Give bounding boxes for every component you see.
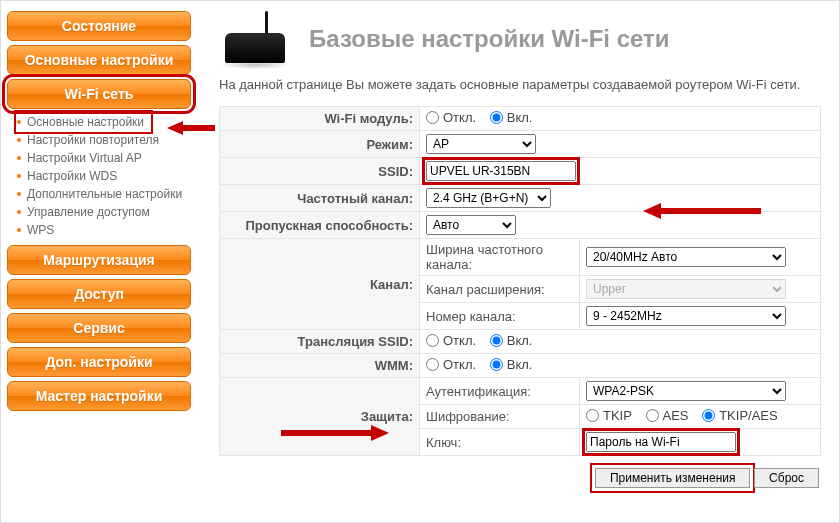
band-select[interactable]: 2.4 GHz (B+G+N): [426, 188, 551, 208]
bandwidth-select[interactable]: Авто: [426, 215, 516, 235]
nav-item-routing[interactable]: Маршрутизация: [7, 245, 191, 275]
label-channel: Канал:: [220, 239, 420, 330]
channel-num-select[interactable]: 9 - 2452MHz: [586, 306, 786, 326]
reset-button[interactable]: Сброс: [754, 468, 819, 488]
sidebar: Состояние Основные настройки Wi-Fi сеть …: [1, 1, 199, 522]
label-ssid: SSID:: [220, 158, 420, 185]
ssid-bcast-on[interactable]: [490, 334, 503, 347]
button-row: Применить изменения Сброс: [219, 456, 821, 488]
sub-item-advanced[interactable]: Дополнительные настройки: [17, 185, 191, 203]
label-mode: Режим:: [220, 131, 420, 158]
wifi-submenu: Основные настройки Настройки повторителя…: [17, 113, 191, 239]
main-content: Базовые настройки Wi-Fi сети На данной с…: [199, 1, 839, 522]
nav-item-access[interactable]: Доступ: [7, 279, 191, 309]
wmm-off[interactable]: [426, 358, 439, 371]
wmm-on[interactable]: [490, 358, 503, 371]
settings-table: Wi-Fi модуль: Откл. Вкл. Режим: AP SSID:: [219, 106, 821, 456]
sub-item-access[interactable]: Управление доступом: [17, 203, 191, 221]
label-band: Частотный канал:: [220, 185, 420, 212]
label-bandwidth: Пропускная способность:: [220, 212, 420, 239]
nav-item-extra[interactable]: Доп. настройки: [7, 347, 191, 377]
page-header: Базовые настройки Wi-Fi сети: [219, 11, 821, 67]
nav-item-wifi[interactable]: Wi-Fi сеть: [7, 79, 191, 109]
label-wmm: WMM:: [220, 354, 420, 378]
nav-item-status[interactable]: Состояние: [7, 11, 191, 41]
sub-item-basic[interactable]: Основные настройки: [17, 113, 150, 131]
page-description: На данной странице Вы можете задать осно…: [219, 77, 821, 92]
label-security: Защита:: [220, 378, 420, 456]
label-auth: Аутентификация:: [420, 378, 580, 405]
mode-select[interactable]: AP: [426, 134, 536, 154]
enc-tkipaes[interactable]: [702, 409, 715, 422]
label-channel-num: Номер канала:: [420, 303, 580, 330]
label-ext-channel: Канал расширения:: [420, 276, 580, 303]
enc-tkip[interactable]: [586, 409, 599, 422]
radio-label-on: Вкл.: [507, 110, 533, 125]
apply-button[interactable]: Применить изменения: [595, 468, 751, 488]
nav-item-service[interactable]: Сервис: [7, 313, 191, 343]
nav-item-basic[interactable]: Основные настройки: [7, 45, 191, 75]
router-icon: [219, 11, 291, 67]
enc-aes[interactable]: [646, 409, 659, 422]
radio-label-off: Откл.: [443, 110, 476, 125]
sub-item-wps[interactable]: WPS: [17, 221, 191, 239]
ssid-input[interactable]: [426, 161, 576, 181]
page-title: Базовые настройки Wi-Fi сети: [309, 25, 670, 53]
sub-item-wds[interactable]: Настройки WDS: [17, 167, 191, 185]
sub-item-repeater[interactable]: Настройки повторителя: [17, 131, 191, 149]
nav-item-wizard[interactable]: Мастер настройки: [7, 381, 191, 411]
ssid-bcast-off[interactable]: [426, 334, 439, 347]
label-key: Ключ:: [420, 429, 580, 456]
label-ssid-broadcast: Трансляция SSID:: [220, 330, 420, 354]
key-input[interactable]: [586, 432, 736, 452]
auth-select[interactable]: WPA2-PSK: [586, 381, 786, 401]
label-wifi-module: Wi-Fi модуль:: [220, 107, 420, 131]
ext-channel-select: Upper: [586, 279, 786, 299]
label-channel-width: Ширина частотного канала:: [420, 239, 580, 276]
sub-item-virtual-ap[interactable]: Настройки Virtual AP: [17, 149, 191, 167]
label-encryption: Шифрование:: [420, 405, 580, 429]
channel-width-select[interactable]: 20/40MHz Авто: [586, 247, 786, 267]
wifi-module-off[interactable]: [426, 111, 439, 124]
wifi-module-on[interactable]: [490, 111, 503, 124]
